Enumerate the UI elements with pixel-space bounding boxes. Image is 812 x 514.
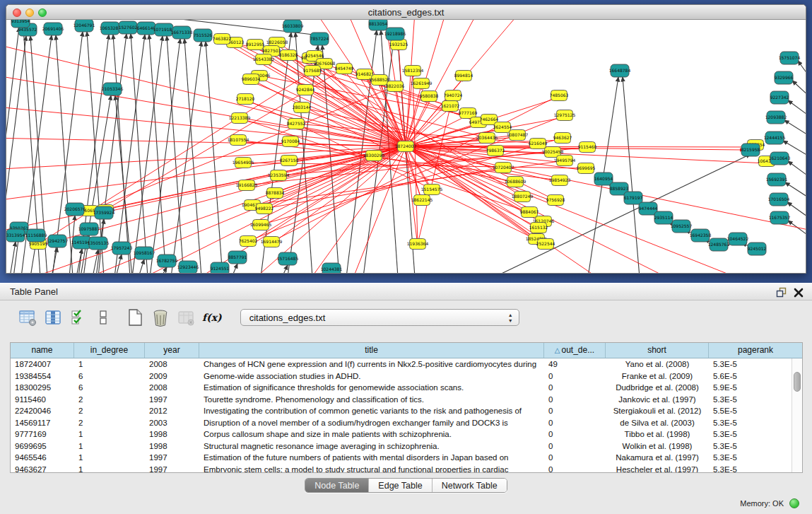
graph-node[interactable]: 17016504 <box>768 193 790 206</box>
window-titlebar[interactable]: citations_edges.txt <box>6 5 806 20</box>
graph-node[interactable]: 18300295 <box>363 151 385 161</box>
graph-node[interactable]: 1615132 <box>529 223 548 233</box>
graph-node[interactable]: 1527602 <box>119 21 138 34</box>
graph-node[interactable]: 1621072 <box>441 101 460 112</box>
graph-node[interactable]: 15716485 <box>277 252 299 265</box>
table-row[interactable]: 1456911722003Disruption of a novel membe… <box>11 417 802 429</box>
trash-icon[interactable] <box>151 308 170 327</box>
graph-node[interactable]: 9313954 <box>11 20 30 28</box>
graph-node[interactable]: 2718120 <box>236 94 255 105</box>
close-window-button[interactable] <box>13 8 21 17</box>
graph-node[interactable]: 7463822 <box>213 34 232 45</box>
graph-node[interactable]: 8994814 <box>454 71 473 81</box>
column-header-name[interactable]: name <box>11 343 74 358</box>
column-header-year[interactable]: year <box>145 343 199 358</box>
graph-node[interactable]: 9699695 <box>577 163 596 174</box>
column-header-title[interactable]: title <box>199 343 544 358</box>
column-header-out_de[interactable]: △out_de... <box>544 343 606 358</box>
graph-node[interactable]: 12046791 <box>73 20 95 32</box>
graph-node[interactable]: 13505135 <box>88 237 110 250</box>
graph-node[interactable]: 16914479 <box>261 237 283 247</box>
graph-node[interactable]: 15751074 <box>779 52 801 64</box>
graph-node[interactable]: 8813054 <box>369 20 388 30</box>
graph-node[interactable]: 10464522 <box>727 233 749 245</box>
column-header-in_degree[interactable]: in_degree <box>74 343 145 358</box>
graph-node[interactable]: 16210643 <box>769 152 791 165</box>
table-row[interactable]: 911546021997Tourette syndrome. Phenomeno… <box>11 394 802 406</box>
graph-node[interactable]: 19654905 <box>233 158 254 168</box>
graph-node[interactable]: 11936364 <box>407 239 429 250</box>
graph-node[interactable]: 2522544 <box>536 239 555 250</box>
tab-network-table[interactable]: Network Table <box>432 479 507 492</box>
graph-node[interactable]: 1932525 <box>389 40 408 50</box>
graph-node[interactable]: 16033809 <box>282 20 304 33</box>
row-height-icon[interactable] <box>95 308 113 327</box>
network-graph[interactable]: 1872400718300295896012389129551822605898… <box>6 20 806 273</box>
graph-node[interactable]: 7625402 <box>239 236 258 247</box>
graph-node[interactable]: 7485063 <box>550 90 569 101</box>
graph-node[interactable]: 16543382 <box>253 54 275 65</box>
graph-node[interactable]: 11675357 <box>769 211 791 224</box>
graph-node[interactable]: 6216049 <box>529 139 548 149</box>
graph-node[interactable]: 18622145 <box>411 195 433 206</box>
graph-node[interactable]: 9124551 <box>211 262 230 273</box>
graph-node[interactable]: 9756928 <box>546 195 565 206</box>
memory-ok-indicator[interactable] <box>789 498 799 508</box>
tab-node-table[interactable]: Node Table <box>305 479 368 492</box>
graph-node[interactable]: 19166825 <box>236 180 258 191</box>
table-row[interactable]: 946554611997Estimation of the future num… <box>11 452 802 464</box>
graph-node[interactable]: 17957243 <box>111 242 133 255</box>
select-all-checkmarks-icon[interactable] <box>69 308 88 327</box>
graph-node[interactable]: 9896034 <box>242 74 261 85</box>
graph-node[interactable]: 6179197 <box>624 192 643 204</box>
graph-node[interactable]: 9498222 <box>255 204 274 214</box>
graph-node[interactable]: 10958167 <box>134 247 155 259</box>
graph-node[interactable]: 10244381 <box>321 263 343 273</box>
graph-node[interactable]: 10720407 <box>493 163 514 173</box>
table-row[interactable]: 2242004622012Investigating the contribut… <box>11 405 802 417</box>
graph-node[interactable]: 12093882 <box>765 111 787 124</box>
graph-node[interactable]: 16648784 <box>609 64 631 77</box>
graph-node[interactable]: 16782759 <box>156 255 178 267</box>
graph-node[interactable]: 3624554 <box>493 122 512 133</box>
graph-node[interactable]: 8215958 <box>741 144 760 156</box>
graph-node[interactable]: 7940724 <box>444 90 463 101</box>
graph-node[interactable]: 3313954 <box>6 229 25 242</box>
graph-node[interactable]: 15812354 <box>402 66 424 76</box>
graph-node[interactable]: 11156889 <box>25 229 47 242</box>
graph-node[interactable]: 16099465 <box>250 220 272 230</box>
graph-node[interactable]: 2803144 <box>293 103 312 113</box>
graph-node[interactable]: 9227342 <box>770 91 789 104</box>
graph-node[interactable]: 9170084 <box>281 136 300 147</box>
table-body[interactable]: 1872400712008Changes of HCN gene express… <box>11 358 802 473</box>
graph-node[interactable]: 9242844 <box>296 85 315 95</box>
graph-node[interactable]: 16942358 <box>690 229 712 242</box>
graph-node[interactable]: 8878834 <box>266 188 285 199</box>
graph-node[interactable]: 9245012 <box>748 243 767 255</box>
table-row[interactable]: 1872400712008Changes of HCN gene express… <box>11 358 802 370</box>
graph-node[interactable]: 20364436 <box>476 133 498 144</box>
vertical-scrollbar[interactable] <box>792 358 802 472</box>
graph-node[interactable]: 9884067 <box>520 207 539 218</box>
graph-node[interactable]: 10807487 <box>507 130 529 141</box>
graph-node[interactable]: 10688609 <box>505 177 526 187</box>
graph-node[interactable]: 18807249 <box>512 192 534 202</box>
graph-node[interactable]: 16261949 <box>411 78 433 89</box>
graph-node[interactable]: 15692391 <box>766 173 788 186</box>
show-columns-icon[interactable] <box>44 308 62 327</box>
minimize-window-button[interactable] <box>25 8 34 17</box>
table-row[interactable]: 1938455462009Genome-wide association stu… <box>11 370 802 382</box>
table-row[interactable]: 969969511998Structural magnetic resonanc… <box>11 440 802 452</box>
graph-node[interactable]: 19854923 <box>549 175 571 186</box>
graph-node[interactable]: 20206576 <box>64 203 86 216</box>
graph-node[interactable]: 1640954 <box>594 173 613 185</box>
graph-node[interactable]: 8822036 <box>386 81 405 92</box>
table-row[interactable]: 946362711997Embryonic stem cells: a mode… <box>11 464 802 474</box>
graph-node[interactable]: 19218986 <box>384 28 406 40</box>
graph-node[interactable]: 18724007 <box>395 141 417 152</box>
tab-edge-table[interactable]: Edge Table <box>368 479 431 492</box>
table-chooser-dropdown[interactable]: citations_edges.txt ▲▼ <box>240 309 519 326</box>
close-panel-icon[interactable] <box>794 286 804 303</box>
column-header-pagerank[interactable]: pagerank <box>709 343 802 358</box>
graph-node[interactable]: 7857224 <box>310 33 329 45</box>
